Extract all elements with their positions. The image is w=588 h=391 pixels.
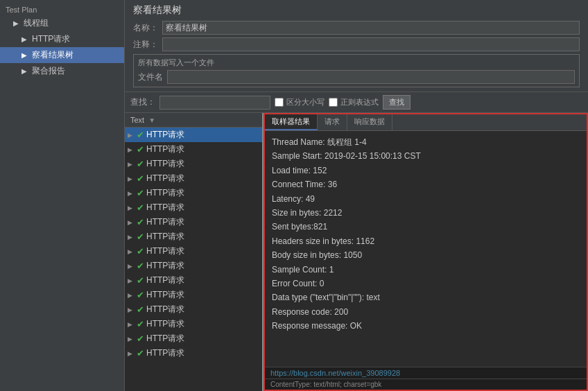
tab-response-data[interactable]: 响应数据 xyxy=(347,114,392,130)
top-panel: 察看结果树 名称： 注释： 所有数据写入一个文件 文件名 xyxy=(125,0,588,92)
search-label: 查找： xyxy=(130,96,155,108)
regex-checkbox[interactable] xyxy=(329,98,338,107)
thread-name-row: Thread Name: 线程组 1-4 xyxy=(272,135,580,149)
status-icon: ✔ xyxy=(137,246,144,257)
bottom-panel: Text ▼ ▶ ✔ HTTP请求 ▶ ✔ HTTP请求 xyxy=(125,113,588,391)
expand-icon: ▶ xyxy=(11,19,21,28)
status-icon: ✔ xyxy=(137,290,144,300)
data-type-row: Data type ("text"|"bin"|""): text xyxy=(272,290,580,304)
status-icon: ✔ xyxy=(137,130,144,140)
tree-item[interactable]: ▶ ✔ HTTP请求 xyxy=(125,273,262,288)
case-checkbox[interactable] xyxy=(275,98,284,107)
sidebar-item-aggregate-report[interactable]: ▶ 聚合报告 xyxy=(0,63,124,79)
tree-item-label: HTTP请求 xyxy=(146,289,184,301)
tree-item[interactable]: ▶ ✔ HTTP请求 xyxy=(125,128,262,142)
name-label: 名称： xyxy=(133,22,158,34)
tree-item[interactable]: ▶ ✔ HTTP请求 xyxy=(125,331,262,346)
main-content: 察看结果树 名称： 注释： 所有数据写入一个文件 文件名 查找： xyxy=(125,0,588,391)
latency-row: Latency: 49 xyxy=(272,192,580,206)
status-icon: ✔ xyxy=(137,232,144,242)
expand-icon: ▶ xyxy=(128,161,135,168)
sidebar-item-thread-group[interactable]: ▶ 线程组 xyxy=(0,15,124,31)
tree-col-arrow: ▼ xyxy=(147,116,157,124)
search-button[interactable]: 查找 xyxy=(383,95,410,110)
sent-bytes-row: Sent bytes:821 xyxy=(272,220,580,234)
expand-icon: ▶ xyxy=(128,306,135,313)
bottom-area: Text ▼ ▶ ✔ HTTP请求 ▶ ✔ HTTP请求 xyxy=(125,113,588,391)
status-icon: ✔ xyxy=(137,188,144,198)
sidebar-item-label: 线程组 xyxy=(24,17,49,29)
regex-label: 正则表达式 xyxy=(340,97,379,107)
tree-item[interactable]: ▶ ✔ HTTP请求 xyxy=(125,288,262,302)
file-section: 所有数据写入一个文件 文件名 xyxy=(133,54,580,87)
regex-checkbox-group: 正则表达式 xyxy=(329,97,379,107)
name-input[interactable] xyxy=(162,21,580,35)
tree-item-label: HTTP请求 xyxy=(146,202,184,214)
tree-item[interactable]: ▶ ✔ HTTP请求 xyxy=(125,157,262,171)
expand-icon: ▶ xyxy=(128,219,135,226)
file-input[interactable] xyxy=(167,70,575,84)
load-time-row: Load time: 152 xyxy=(272,164,580,177)
tree-col-header: Text xyxy=(128,114,147,125)
tab-request[interactable]: 请求 xyxy=(318,114,347,130)
sample-start-row: Sample Start: 2019-02-15 15:00:13 CST xyxy=(272,149,580,163)
panel-title: 察看结果树 xyxy=(133,4,580,17)
tree-item[interactable]: ▶ ✔ HTTP请求 xyxy=(125,244,262,259)
status-icon: ✔ xyxy=(137,261,144,271)
tree-item-label: HTTP请求 xyxy=(146,275,184,286)
headers-size-row: Headers size in bytes: 1162 xyxy=(272,234,580,248)
detail-tabs: 取样器结果 请求 响应数据 xyxy=(265,114,587,131)
sidebar-item-label: HTTP请求 xyxy=(32,33,70,45)
case-label: 区分大小写 xyxy=(286,97,325,107)
comment-label: 注释： xyxy=(133,39,158,51)
expand-icon: ▶ xyxy=(128,292,135,299)
sidebar-section-label: Test Plan xyxy=(0,3,124,15)
expand-icon: ▶ xyxy=(128,234,135,241)
tree-item-label: HTTP请求 xyxy=(146,333,184,345)
expand-icon: ▶ xyxy=(128,350,135,357)
search-input[interactable] xyxy=(159,96,270,110)
comment-input[interactable] xyxy=(162,37,580,51)
url-bar2: ContentType: text/html; charset=gbk xyxy=(265,379,587,390)
response-code-row: Response code: 200 xyxy=(272,305,580,319)
detail-content: Thread Name: 线程组 1-4 Sample Start: 2019-… xyxy=(265,131,587,367)
sidebar-item-http-request[interactable]: ▶ HTTP请求 xyxy=(0,31,124,47)
tree-item[interactable]: ▶ ✔ HTTP请求 xyxy=(125,186,262,200)
tree-item[interactable]: ▶ ✔ HTTP请求 xyxy=(125,142,262,157)
expand-icon: ▶ xyxy=(128,248,135,255)
tree-item[interactable]: ▶ ✔ HTTP请求 xyxy=(125,317,262,331)
expand-icon: ▶ xyxy=(128,263,135,270)
tree-item[interactable]: ▶ ✔ HTTP请求 xyxy=(125,229,262,244)
tree-item[interactable]: ▶ ✔ HTTP请求 xyxy=(125,259,262,273)
sidebar-item-label: 聚合报告 xyxy=(32,65,65,77)
tab-sampler-result[interactable]: 取样器结果 xyxy=(265,114,318,130)
detail-panel: 取样器结果 请求 响应数据 Thread Name: 线程组 1-4 Sampl… xyxy=(263,113,588,391)
tree-item-label: HTTP请求 xyxy=(146,318,184,330)
expand-icon: ▶ xyxy=(128,321,135,328)
tree-item-label: HTTP请求 xyxy=(146,216,184,228)
tree-item-label: HTTP请求 xyxy=(146,347,184,359)
status-icon: ✔ xyxy=(137,159,144,169)
tree-item[interactable]: ▶ ✔ HTTP请求 xyxy=(125,215,262,229)
tree-item[interactable]: ▶ ✔ HTTP请求 xyxy=(125,171,262,186)
size-bytes-row: Size in bytes: 2212 xyxy=(272,206,580,220)
sidebar-item-result-tree[interactable]: ▶ 察看结果树 xyxy=(0,47,124,63)
status-icon: ✔ xyxy=(137,348,144,358)
expand-icon: ▶ xyxy=(19,51,29,60)
tree-item[interactable]: ▶ ✔ HTTP请求 xyxy=(125,302,262,317)
error-count-row: Error Count: 0 xyxy=(272,277,580,290)
tree-item-label: HTTP请求 xyxy=(146,187,184,199)
body-size-row: Body size in bytes: 1050 xyxy=(272,248,580,262)
expand-icon: ▶ xyxy=(128,336,135,342)
tree-item[interactable]: ▶ ✔ HTTP请求 xyxy=(125,346,262,360)
url-text: https://blog.csdn.net/weixin_39089928 xyxy=(270,369,400,377)
tree-item-label: HTTP请求 xyxy=(146,245,184,257)
tree-item[interactable]: ▶ ✔ HTTP请求 xyxy=(125,200,262,215)
tree-item-label: HTTP请求 xyxy=(146,158,184,170)
status-icon: ✔ xyxy=(137,319,144,329)
case-checkbox-group: 区分大小写 xyxy=(275,97,325,107)
expand-icon: ▶ xyxy=(128,277,135,284)
url-bar: https://blog.csdn.net/weixin_39089928 xyxy=(265,367,587,379)
expand-icon: ▶ xyxy=(19,35,29,44)
expand-icon: ▶ xyxy=(128,190,135,197)
